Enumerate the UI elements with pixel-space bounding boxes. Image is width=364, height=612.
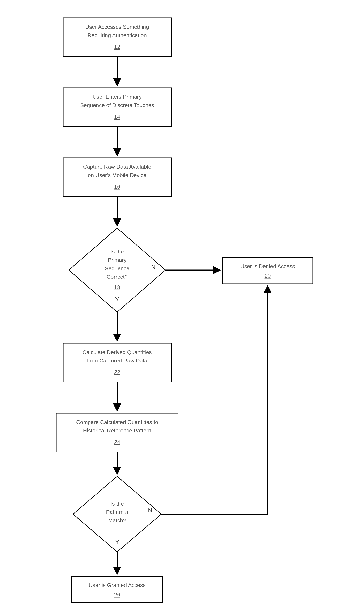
node-12-line2: Requiring Authentication (88, 32, 147, 39)
node-16-line1: Capture Raw Data Available (83, 164, 151, 170)
node-20-denied: User is Denied Access 20 (222, 257, 313, 284)
node-24-line2: Historical Reference Pattern (83, 427, 151, 434)
node-14-line1: User Enters Primary (92, 94, 142, 100)
node-26-ref: 26 (114, 591, 120, 598)
node-12-line1: User Accesses Something (85, 24, 149, 30)
node-match-line1: Is the (110, 501, 124, 507)
node-match-line2: Pattern a (106, 509, 128, 515)
node-24-compare: Compare Calculated Quantities to Histori… (56, 413, 178, 452)
node-match-no-label: N (148, 507, 152, 514)
node-match-yes-label: Y (115, 539, 119, 545)
node-12-user-accesses: User Accesses Something Requiring Authen… (63, 18, 171, 57)
flowchart: User Accesses Something Requiring Authen… (0, 0, 364, 612)
node-16-ref: 16 (114, 184, 120, 190)
node-18-line4: Correct? (107, 274, 128, 280)
node-16-capture-raw: Capture Raw Data Available on User's Mob… (63, 158, 171, 197)
node-20-ref: 20 (265, 273, 271, 279)
node-18-no-label: N (151, 264, 155, 270)
node-14-user-enters: User Enters Primary Sequence of Discrete… (63, 88, 171, 127)
node-22-line1: Calculate Derived Quantities (82, 349, 152, 355)
node-24-ref: 24 (114, 439, 120, 445)
svg-rect-8 (71, 576, 163, 602)
edge-match-denied (161, 286, 268, 514)
node-18-ref: 18 (114, 284, 120, 291)
node-26-line1: User is Granted Access (89, 582, 146, 588)
node-22-ref: 22 (114, 369, 120, 375)
node-22-line2: from Captured Raw Data (87, 358, 147, 364)
node-18-yes-label: Y (115, 296, 119, 303)
node-20-line1: User is Denied Access (240, 263, 295, 269)
node-match-line3: Match? (108, 517, 126, 524)
node-22-derived: Calculate Derived Quantities from Captur… (63, 343, 171, 382)
node-16-line2: on User's Mobile Device (88, 172, 146, 178)
node-14-ref: 14 (114, 114, 120, 120)
node-12-ref: 12 (114, 44, 120, 50)
node-18-line3: Sequence (105, 265, 129, 272)
node-18-line1: Is the (110, 248, 124, 255)
node-26-granted: User is Granted Access 26 (71, 576, 163, 602)
svg-rect-4 (222, 257, 313, 284)
node-14-line2: Sequence of Discrete Touches (80, 102, 154, 108)
node-24-line1: Compare Calculated Quantities to (76, 419, 158, 425)
node-18-line2: Primary (108, 257, 127, 263)
